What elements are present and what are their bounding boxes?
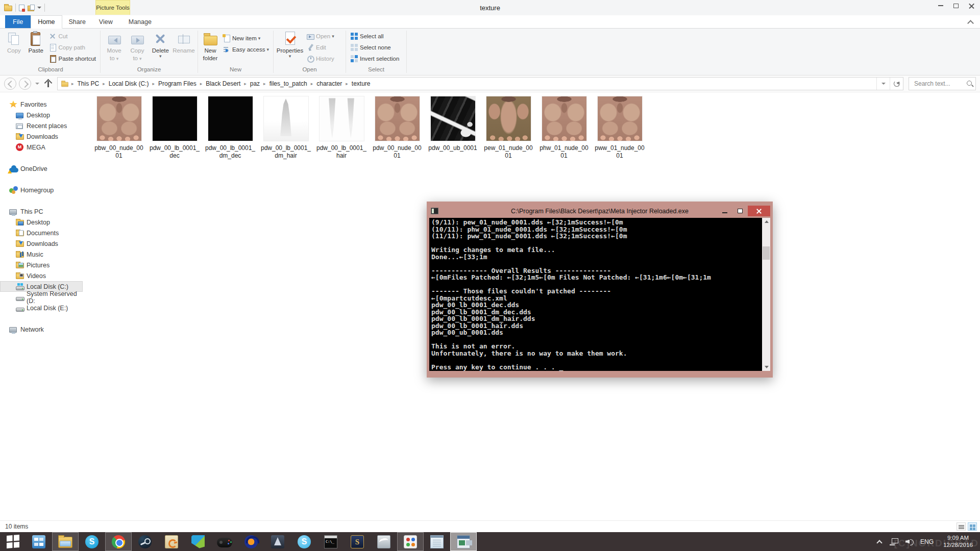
paste-shortcut-button[interactable]: Paste shortcut bbox=[46, 54, 98, 64]
thumbnails-view-button[interactable] bbox=[968, 522, 977, 531]
delete-button[interactable]: Delete ▾ bbox=[149, 30, 172, 63]
file-item[interactable]: pdw_00_ub_0001 bbox=[427, 96, 478, 152]
hidden-icons-chevron[interactable] bbox=[876, 538, 883, 545]
sidebar-item-favorites[interactable]: Favorites bbox=[0, 99, 83, 110]
scroll-up-arrow[interactable] bbox=[762, 218, 770, 226]
sidebar-item-pc-documents[interactable]: Documents bbox=[0, 228, 83, 238]
breadcrumb-this-pc[interactable]: This PC bbox=[77, 80, 101, 87]
sidebar-item-pc-music[interactable]: Music bbox=[0, 249, 83, 260]
edit-button[interactable]: Edit bbox=[304, 42, 336, 53]
taskbar-cmd[interactable] bbox=[317, 532, 344, 551]
copy-button[interactable]: Copy bbox=[3, 30, 25, 63]
new-folder-button[interactable]: New folder bbox=[200, 30, 220, 63]
console-maximize-button[interactable] bbox=[732, 206, 748, 216]
file-item[interactable]: pew_01_nude_0001 bbox=[483, 96, 534, 160]
console-titlebar[interactable]: C:\Program Files\Black Desert\paz\Meta I… bbox=[429, 204, 770, 218]
taskbar-chrome[interactable] bbox=[105, 532, 132, 551]
refresh-button[interactable] bbox=[890, 78, 903, 90]
taskbar-gamepad-app[interactable] bbox=[211, 532, 238, 551]
folder-document-icon[interactable] bbox=[28, 6, 34, 11]
address-dropdown-button[interactable] bbox=[876, 78, 890, 90]
breadcrumb-paz[interactable]: paz bbox=[249, 80, 261, 87]
taskbar-strategy-game[interactable] bbox=[344, 532, 371, 551]
sidebar-item-pc-pictures[interactable]: Pictures bbox=[0, 260, 83, 270]
close-button[interactable] bbox=[964, 0, 979, 11]
invert-selection-button[interactable]: Invert selection bbox=[348, 54, 401, 64]
search-input[interactable] bbox=[913, 80, 966, 88]
sidebar-item-system-reserved-d[interactable]: System Reserved (D: bbox=[0, 292, 83, 303]
cut-button[interactable]: Cut bbox=[46, 31, 98, 41]
taskbar-steam[interactable] bbox=[132, 532, 158, 551]
start-button[interactable] bbox=[0, 532, 26, 551]
move-to-button[interactable]: Move to bbox=[103, 30, 126, 63]
sidebar-item-homegroup[interactable]: Homegroup bbox=[0, 185, 83, 195]
breadcrumb-local-disk-c[interactable]: Local Disk (C:) bbox=[108, 80, 150, 87]
sidebar-item-pc-desktop[interactable]: Desktop bbox=[0, 217, 83, 228]
breadcrumb-files-to-patch[interactable]: files_to_patch bbox=[268, 80, 308, 87]
file-item[interactable]: pdw_00_lb_0001_hair bbox=[316, 96, 367, 160]
sidebar-item-this-pc[interactable]: This PC bbox=[0, 206, 83, 217]
breadcrumb-program-files[interactable]: Program Files bbox=[157, 80, 198, 87]
sidebar-item-local-disk-e[interactable]: Local Disk (E:) bbox=[0, 303, 83, 313]
taskbar-settings-app[interactable] bbox=[26, 532, 52, 551]
taskbar-file-explorer[interactable] bbox=[52, 532, 79, 551]
sidebar-item-recent-places[interactable]: Recent places bbox=[0, 120, 83, 131]
open-button[interactable]: Open bbox=[304, 31, 336, 41]
tab-home[interactable]: Home bbox=[31, 15, 62, 29]
sidebar-item-pc-videos[interactable]: Videos bbox=[0, 270, 83, 281]
properties-button[interactable]: Properties ▾ bbox=[276, 30, 304, 63]
breadcrumb-texture[interactable]: texture bbox=[351, 80, 372, 87]
sidebar-item-mega[interactable]: MEGA bbox=[0, 142, 83, 153]
customize-arrow-icon[interactable] bbox=[37, 7, 41, 9]
select-all-button[interactable]: Select all bbox=[348, 31, 401, 41]
taskbar-openoffice[interactable] bbox=[371, 532, 397, 551]
scrollbar-thumb[interactable] bbox=[763, 246, 770, 260]
sidebar-item-network[interactable]: Network bbox=[0, 324, 83, 335]
breadcrumb-black-desert[interactable]: Black Desert bbox=[205, 80, 241, 87]
console-close-button[interactable] bbox=[748, 206, 770, 216]
file-item[interactable]: pdw_00_nude_0001 bbox=[372, 96, 423, 160]
tab-share[interactable]: Share bbox=[62, 15, 92, 28]
new-item-button[interactable]: New item bbox=[220, 33, 271, 43]
sidebar-item-desktop[interactable]: Desktop bbox=[0, 110, 83, 120]
taskbar-console-window[interactable] bbox=[450, 532, 477, 551]
search-box[interactable] bbox=[909, 77, 976, 90]
file-item[interactable]: pbw_00_nude_0001 bbox=[93, 96, 144, 160]
address-box[interactable]: ▸ This PC ▸ Local Disk (C:) ▸ Program Fi… bbox=[57, 77, 903, 90]
language-indicator[interactable]: ENG bbox=[920, 538, 934, 545]
recent-locations-dropdown[interactable] bbox=[34, 78, 41, 90]
copy-to-button[interactable]: Copy to bbox=[126, 30, 149, 63]
file-item[interactable]: pww_01_nude_0001 bbox=[594, 96, 645, 160]
collapse-ribbon-button[interactable] bbox=[967, 18, 974, 26]
minimize-button[interactable] bbox=[933, 0, 948, 11]
tab-view[interactable]: View bbox=[92, 15, 119, 28]
tab-file[interactable]: File bbox=[5, 15, 31, 28]
volume-tray-icon[interactable] bbox=[905, 538, 914, 545]
clock[interactable]: 9:09 AM 12/28/2016 bbox=[940, 535, 976, 548]
copy-path-button[interactable]: Copy path bbox=[46, 42, 98, 53]
network-tray-icon[interactable] bbox=[890, 538, 899, 545]
console-window[interactable]: C:\Program Files\Black Desert\paz\Meta I… bbox=[427, 202, 773, 378]
forward-button[interactable] bbox=[19, 78, 31, 90]
select-none-button[interactable]: Select none bbox=[348, 42, 401, 53]
easy-access-button[interactable]: Easy access bbox=[220, 44, 271, 55]
taskbar-kodi-like-app[interactable] bbox=[185, 532, 211, 551]
taskbar-notepad[interactable] bbox=[424, 532, 450, 551]
paste-button[interactable]: Paste bbox=[25, 30, 47, 63]
maximize-button[interactable] bbox=[948, 0, 964, 11]
sidebar-item-downloads[interactable]: Downloads bbox=[0, 131, 83, 142]
taskbar-color-dots-app[interactable] bbox=[397, 532, 424, 551]
file-item[interactable]: phw_01_nude_0001 bbox=[538, 96, 590, 160]
console-minimize-button[interactable] bbox=[717, 206, 732, 216]
document-check-icon[interactable] bbox=[19, 5, 24, 11]
file-item[interactable]: pdw_00_lb_0001_dec bbox=[149, 96, 200, 160]
sidebar-item-onedrive[interactable]: OneDrive bbox=[0, 163, 83, 174]
up-button[interactable] bbox=[42, 78, 54, 90]
breadcrumb-character[interactable]: character bbox=[315, 80, 343, 87]
tab-manage[interactable]: Manage bbox=[122, 15, 158, 28]
history-button[interactable]: History bbox=[304, 54, 336, 64]
file-item[interactable]: pdw_00_lb_0001_dm_hair bbox=[260, 96, 311, 160]
details-view-button[interactable] bbox=[957, 522, 966, 531]
taskbar-naruto-game[interactable] bbox=[158, 532, 185, 551]
rename-button[interactable]: Rename bbox=[172, 30, 195, 63]
